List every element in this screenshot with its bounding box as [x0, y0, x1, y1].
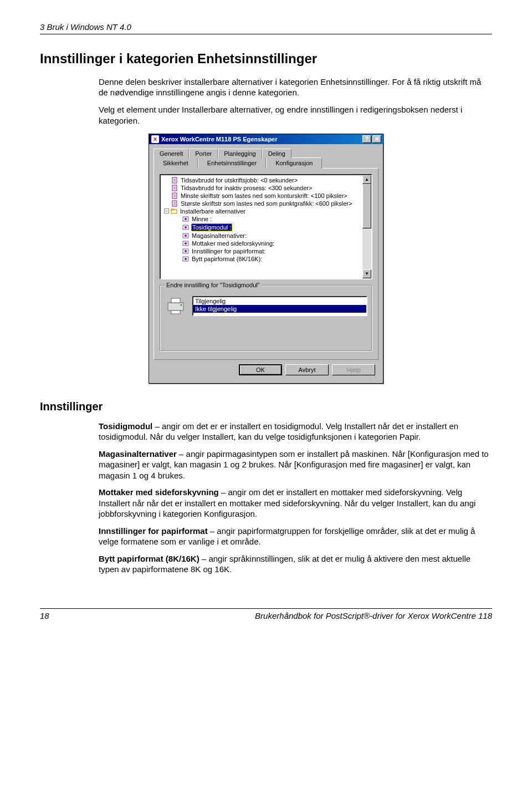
page-header: 3 Bruk i Windows NT 4.0 [40, 22, 492, 32]
dialog-title: Xerox WorkCentre M118 PS Egenskaper [161, 136, 362, 142]
folder-icon [170, 208, 178, 215]
opt-icon [182, 216, 190, 222]
tab-sikkerhet[interactable]: Sikkerhet [154, 157, 198, 169]
tree-item[interactable]: Magasinalternativer: [163, 232, 370, 240]
tab-panel: Tidsavbrudd for utskriftsjobb: <0 sekund… [154, 168, 378, 360]
tree-item[interactable]: Bytt papirformat (8K/16K): [163, 255, 370, 263]
list-item[interactable]: Tilgjengelig [193, 297, 366, 305]
footer-doc-title: Brukerhåndbok for PostScript®-driver for… [255, 611, 492, 620]
tab-porter[interactable]: Porter [189, 149, 218, 158]
tree-item[interactable]: Minne : [163, 215, 370, 223]
dialog-titlebar[interactable]: X Xerox WorkCentre M118 PS Egenskaper ? … [149, 134, 383, 144]
page-number: 18 [40, 611, 49, 620]
intro-p1: Denne delen beskriver installerbare alte… [99, 77, 492, 98]
doc-icon [171, 200, 178, 207]
svg-rect-5 [171, 209, 174, 210]
svg-point-15 [185, 250, 187, 252]
expand-icon[interactable]: − [164, 208, 169, 213]
doc-icon [171, 177, 178, 184]
svg-point-17 [185, 258, 187, 260]
ok-button[interactable]: OK [239, 364, 282, 375]
svg-point-11 [185, 235, 187, 237]
tab-generelt[interactable]: Generelt [154, 149, 189, 158]
tab-enhetsinnstillinger[interactable]: Enhetsinnstillinger [198, 157, 266, 169]
tree-scrollbar[interactable]: ▲ ▼ [362, 175, 371, 278]
doc-icon [171, 192, 178, 199]
help-dialog-button[interactable]: Hjelp [332, 364, 375, 375]
para-bytt-papirformat: Bytt papirformat (8K/16K) – angir språki… [99, 553, 492, 575]
tree-item-label: Tidsavbrudd for utskriftsjobb: <0 sekund… [180, 177, 298, 184]
value-listbox[interactable]: TilgjengeligIkke tilgjengelig [192, 296, 367, 316]
tree-item-label: Tidsavbrudd for inaktiv prosess: <300 se… [180, 185, 313, 191]
tree-item[interactable]: Minste skriftstr som lastes ned som kont… [163, 192, 370, 200]
tree-item-label: Største skriftstr som lastes ned som pun… [180, 200, 352, 207]
svg-point-13 [185, 242, 187, 245]
opt-icon [182, 224, 190, 231]
para-tosidigmodul: Tosidigmodul – angir om det er er instal… [99, 421, 492, 442]
scroll-thumb[interactable] [362, 184, 371, 228]
tree-item-label: Magasinalternativer: [191, 232, 247, 239]
svg-point-9 [185, 226, 187, 228]
tree-item-label: Tosidigmodul : [191, 223, 232, 231]
subheading-innstillinger: Innstillinger [40, 400, 492, 413]
tree-item-label: Innstillinger for papirformat: [191, 248, 266, 255]
close-button[interactable]: ✕ [372, 135, 381, 143]
tab-row-back: Generelt Porter Planlegging Deling [154, 149, 378, 158]
svg-rect-20 [171, 311, 180, 314]
svg-rect-19 [171, 298, 180, 303]
tree-item-label: Mottaker med sideforskyvning: [191, 240, 275, 247]
tab-konfigurasjon[interactable]: Konfigurasjon [266, 157, 322, 169]
tree-item[interactable]: Tidsavbrudd for utskriftsjobb: <0 sekund… [163, 176, 370, 184]
header-rule [40, 34, 492, 34]
svg-rect-18 [168, 303, 183, 311]
list-item[interactable]: Ikke tilgjengelig [193, 305, 366, 313]
svg-point-21 [181, 304, 182, 306]
tree-item[interactable]: −Installerbare alternativer [163, 207, 370, 215]
intro-p2: Velg et element under Installerbare alte… [99, 104, 492, 125]
tree-item-label: Bytt papirformat (8K/16K): [191, 256, 263, 262]
app-icon: X [151, 135, 159, 143]
tab-row-front: Sikkerhet Enhetsinnstillinger Konfiguras… [154, 157, 378, 169]
para-papirformat: Innstillinger for papirformat – angir pa… [99, 526, 492, 547]
tree-item[interactable]: Tosidigmodul : [163, 223, 370, 232]
tab-planlegging[interactable]: Planlegging [218, 149, 262, 158]
tree-item[interactable]: Mottaker med sideforskyvning: [163, 240, 370, 247]
help-button[interactable]: ? [362, 135, 371, 143]
section-title: Innstillinger i kategorien Enhetsinnstil… [40, 51, 492, 67]
opt-icon [182, 248, 190, 255]
edit-setting-group: Endre innstilling for "Tosidigmodul" Til… [160, 285, 372, 352]
cancel-button[interactable]: Avbryt [285, 364, 329, 375]
scroll-down-button[interactable]: ▼ [362, 269, 371, 278]
printer-icon [165, 296, 187, 317]
tree-item[interactable]: Innstillinger for papirformat: [163, 247, 370, 255]
properties-dialog: X Xerox WorkCentre M118 PS Egenskaper ? … [149, 134, 383, 384]
tab-deling[interactable]: Deling [262, 149, 291, 158]
tree-item-label: Minne : [191, 216, 212, 222]
svg-point-7 [185, 218, 187, 220]
settings-tree[interactable]: Tidsavbrudd for utskriftsjobb: <0 sekund… [160, 174, 372, 279]
opt-icon [182, 232, 190, 239]
tree-item[interactable]: Tidsavbrudd for inaktiv prosess: <300 se… [163, 184, 370, 192]
scroll-up-button[interactable]: ▲ [362, 175, 371, 184]
tree-item-label: Minste skriftstr som lastes ned som kont… [180, 192, 348, 199]
tree-item[interactable]: Største skriftstr som lastes ned som pun… [163, 200, 370, 207]
opt-icon [182, 240, 190, 247]
opt-icon [182, 256, 190, 262]
tree-item-label: Installerbare alternativer [180, 208, 246, 215]
para-magasinalternativer: Magasinalternativer – angir papirmagasin… [99, 449, 492, 481]
para-mottaker: Mottaker med sideforskyvning – angir om … [99, 487, 492, 520]
group-label: Endre innstilling for "Tosidigmodul" [165, 282, 262, 288]
doc-icon [171, 185, 178, 191]
